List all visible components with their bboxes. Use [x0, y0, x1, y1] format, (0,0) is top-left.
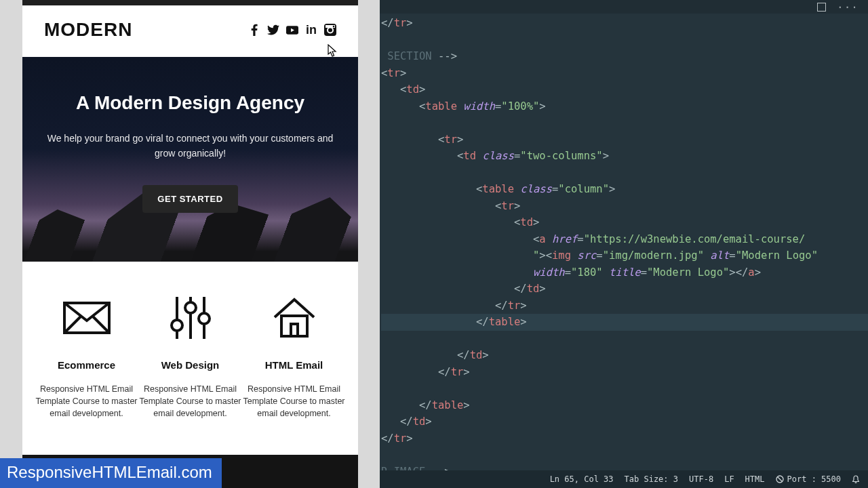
feature-desc: Responsive HTML Email Template Course to…	[35, 383, 138, 420]
hero-subtitle: We help your brand go viral to connect y…	[45, 131, 336, 161]
template-topbar	[22, 0, 358, 5]
status-bar: Ln 65, Col 33 Tab Size: 3 UTF-8 LF HTML …	[380, 470, 868, 488]
feature-desc: Responsive HTML Email Template Course to…	[138, 383, 242, 420]
template-header: MODERN in	[22, 5, 358, 57]
mouse-cursor	[328, 44, 337, 58]
feature-title: HTML Email	[265, 359, 323, 371]
svg-point-11	[199, 313, 210, 324]
more-actions-icon[interactable]: ···	[837, 1, 859, 14]
twitter-icon[interactable]	[267, 24, 279, 36]
svg-rect-13	[291, 324, 298, 336]
code-editor-pane: ··· </tr> SECTION --><tr> <td> <table wi…	[380, 0, 868, 488]
feature-title: Web Design	[161, 359, 220, 371]
sliders-icon	[169, 291, 212, 344]
feature-webdesign: Web Design Responsive HTML Email Templat…	[138, 291, 242, 420]
status-language[interactable]: HTML	[745, 474, 765, 484]
social-icons: in	[248, 24, 336, 36]
svg-point-4	[333, 26, 335, 28]
facebook-icon[interactable]	[248, 24, 260, 36]
instagram-icon[interactable]	[324, 24, 336, 36]
email-template-preview: MODERN in A Modern Design Agency We help…	[22, 0, 358, 488]
feature-htmlemail: HTML Email Responsive HTML Email Templat…	[242, 291, 346, 420]
editor-titlebar: ···	[380, 0, 868, 14]
status-tab-size[interactable]: Tab Size: 3	[625, 474, 678, 484]
feature-ecommerce: Ecommerce Responsive HTML Email Template…	[35, 291, 138, 420]
youtube-icon[interactable]	[286, 24, 298, 36]
watermark-overlay: ResponsiveHTMLEmail.com	[0, 458, 222, 488]
feature-title: Ecommerce	[58, 359, 115, 371]
status-eol[interactable]: LF	[724, 474, 734, 484]
svg-line-15	[777, 477, 782, 482]
status-port[interactable]: Port : 5500	[776, 474, 841, 484]
bell-icon[interactable]	[852, 475, 860, 484]
feature-desc: Responsive HTML Email Template Course to…	[242, 383, 346, 420]
svg-point-9	[172, 320, 182, 331]
status-encoding[interactable]: UTF-8	[689, 474, 713, 484]
linkedin-icon[interactable]: in	[305, 24, 317, 36]
envelope-icon	[63, 291, 111, 344]
logo-text[interactable]: MODERN	[44, 19, 132, 41]
browser-preview-pane: MODERN in A Modern Design Agency We help…	[0, 0, 380, 488]
status-line-col[interactable]: Ln 65, Col 33	[550, 474, 614, 484]
svg-point-10	[185, 302, 196, 313]
features-row: Ecommerce Responsive HTML Email Template…	[22, 262, 358, 455]
hero-section: A Modern Design Agency We help your bran…	[22, 57, 358, 262]
svg-rect-12	[281, 316, 307, 336]
code-area[interactable]: </tr> SECTION --><tr> <td> <table width=…	[381, 15, 868, 470]
hero-title: A Modern Design Agency	[76, 92, 304, 114]
house-icon	[271, 291, 318, 344]
split-editor-icon[interactable]	[817, 3, 826, 12]
get-started-button[interactable]: GET STARTED	[142, 185, 237, 213]
